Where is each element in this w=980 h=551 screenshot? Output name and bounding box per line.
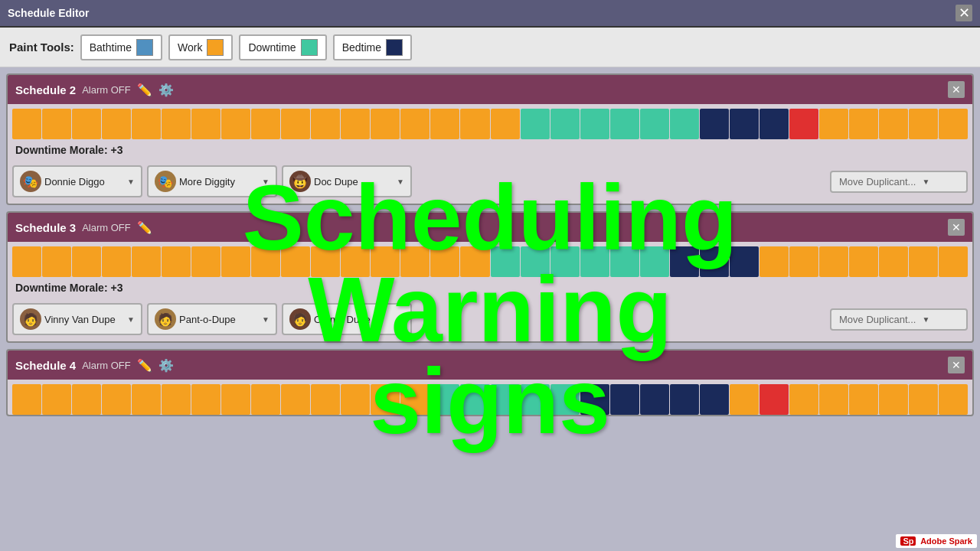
time-cell[interactable] [550, 109, 580, 139]
tool-btn-work[interactable]: Work [168, 34, 233, 60]
time-cell[interactable] [521, 384, 550, 415]
time-cell[interactable] [460, 246, 489, 277]
worker-dropdown-1-1[interactable]: 🧑Pant-o-Dupe▼ [147, 303, 277, 335]
window-close-button[interactable]: ✕ [956, 5, 972, 21]
time-cell[interactable] [191, 109, 220, 139]
time-cell[interactable] [12, 246, 41, 277]
time-cell[interactable] [849, 109, 878, 139]
worker-dropdown-1-2[interactable]: 🧑Optmu Dupe▼ [282, 303, 412, 335]
time-cell[interactable] [670, 109, 699, 139]
time-cell[interactable] [879, 384, 908, 415]
time-cell[interactable] [460, 384, 489, 415]
time-cell[interactable] [42, 384, 71, 415]
time-cell[interactable] [491, 384, 520, 415]
time-cell[interactable] [819, 109, 848, 139]
time-cell[interactable] [640, 384, 669, 415]
time-cell[interactable] [730, 109, 759, 139]
time-cell[interactable] [760, 109, 789, 139]
time-cell[interactable] [580, 246, 609, 277]
time-grid-0[interactable] [12, 109, 968, 139]
time-cell[interactable] [521, 109, 550, 139]
time-cell[interactable] [42, 246, 71, 277]
time-cell[interactable] [281, 109, 310, 139]
time-cell[interactable] [670, 246, 699, 277]
time-cell[interactable] [132, 246, 161, 277]
time-cell[interactable] [162, 109, 191, 139]
time-cell[interactable] [819, 246, 848, 277]
time-cell[interactable] [939, 109, 968, 139]
time-cell[interactable] [819, 384, 848, 415]
schedule-close-button-2[interactable]: ✕ [948, 357, 965, 373]
time-cell[interactable] [879, 246, 908, 277]
time-cell[interactable] [221, 246, 250, 277]
time-cell[interactable] [460, 109, 489, 139]
time-cell[interactable] [700, 246, 729, 277]
time-cell[interactable] [371, 246, 400, 277]
time-grid-2[interactable] [12, 384, 968, 415]
time-cell[interactable] [430, 246, 459, 277]
time-cell[interactable] [700, 109, 729, 139]
time-cell[interactable] [162, 384, 191, 415]
time-cell[interactable] [849, 246, 878, 277]
time-cell[interactable] [879, 109, 908, 139]
time-cell[interactable] [341, 246, 370, 277]
time-cell[interactable] [341, 384, 370, 415]
pencil-icon[interactable]: ✏️ [137, 220, 152, 235]
time-cell[interactable] [221, 109, 250, 139]
time-cell[interactable] [909, 109, 938, 139]
time-cell[interactable] [550, 384, 580, 415]
time-cell[interactable] [939, 246, 968, 277]
time-cell[interactable] [102, 246, 131, 277]
pencil-icon[interactable]: ✏️ [137, 358, 152, 373]
time-cell[interactable] [221, 384, 250, 415]
tool-btn-bedtime[interactable]: Bedtime [333, 34, 412, 60]
time-cell[interactable] [400, 109, 430, 139]
move-duplicant-dropdown-0[interactable]: Move Duplicant...▼ [830, 171, 968, 193]
time-cell[interactable] [72, 109, 101, 139]
time-cell[interactable] [281, 384, 310, 415]
gear-icon[interactable]: ⚙️ [158, 358, 174, 373]
time-cell[interactable] [580, 109, 609, 139]
time-cell[interactable] [162, 246, 191, 277]
time-cell[interactable] [311, 384, 340, 415]
time-cell[interactable] [72, 246, 101, 277]
time-cell[interactable] [939, 384, 968, 415]
time-cell[interactable] [789, 246, 818, 277]
time-cell[interactable] [849, 384, 878, 415]
time-cell[interactable] [400, 384, 430, 415]
tool-btn-bathtime[interactable]: Bathtime [80, 34, 162, 60]
time-cell[interactable] [580, 384, 609, 415]
pencil-icon[interactable]: ✏️ [137, 83, 152, 97]
schedule-close-button-0[interactable]: ✕ [948, 81, 965, 98]
time-cell[interactable] [132, 384, 161, 415]
time-cell[interactable] [311, 246, 340, 277]
time-cell[interactable] [12, 109, 41, 139]
time-cell[interactable] [281, 246, 310, 277]
time-cell[interactable] [132, 109, 161, 139]
time-cell[interactable] [311, 109, 340, 139]
time-cell[interactable] [42, 109, 71, 139]
time-cell[interactable] [371, 384, 400, 415]
worker-dropdown-0-2[interactable]: 🤠Doc Dupe▼ [282, 165, 412, 197]
time-cell[interactable] [521, 246, 550, 277]
time-cell[interactable] [491, 109, 520, 139]
time-cell[interactable] [430, 384, 459, 415]
worker-dropdown-0-0[interactable]: 🎭Donnie Diggo▼ [12, 165, 142, 197]
move-duplicant-dropdown-1[interactable]: Move Duplicant...▼ [830, 308, 968, 331]
time-cell[interactable] [909, 246, 938, 277]
time-cell[interactable] [670, 384, 699, 415]
schedule-close-button-1[interactable]: ✕ [948, 219, 965, 236]
tool-btn-downtime[interactable]: Downtime [239, 34, 326, 60]
time-grid-1[interactable] [12, 246, 968, 277]
time-cell[interactable] [730, 246, 759, 277]
time-cell[interactable] [610, 246, 639, 277]
time-cell[interactable] [789, 384, 818, 415]
time-cell[interactable] [789, 109, 818, 139]
time-cell[interactable] [760, 246, 789, 277]
time-cell[interactable] [191, 384, 220, 415]
worker-dropdown-0-1[interactable]: 🎭More Diggity▼ [147, 165, 277, 197]
time-cell[interactable] [400, 246, 430, 277]
time-cell[interactable] [251, 109, 280, 139]
time-cell[interactable] [12, 384, 41, 415]
time-cell[interactable] [700, 384, 729, 415]
